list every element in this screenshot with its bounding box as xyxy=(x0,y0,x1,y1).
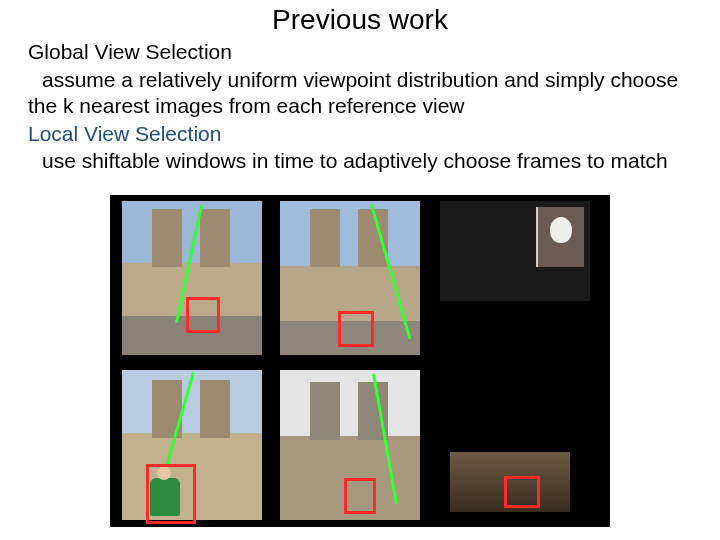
slide-title: Previous work xyxy=(0,4,720,36)
tower-icon xyxy=(310,209,340,267)
tower-icon xyxy=(310,382,340,440)
match-box xyxy=(504,476,540,508)
match-box xyxy=(186,297,220,333)
presenter-icon xyxy=(536,207,584,267)
local-body: use shiftable windows in time to adaptiv… xyxy=(28,149,698,173)
match-box xyxy=(338,311,374,347)
gallery-image-5 xyxy=(280,370,420,520)
gallery-image-2 xyxy=(280,201,420,355)
slide: Previous work Global View Selection assu… xyxy=(0,0,720,540)
image-gallery xyxy=(110,195,610,527)
tower-icon xyxy=(152,209,182,267)
global-heading: Global View Selection xyxy=(28,40,698,64)
gallery-image-1 xyxy=(122,201,262,355)
building-icon xyxy=(450,452,570,512)
slide-body: Global View Selection assume a relativel… xyxy=(28,34,698,173)
match-line xyxy=(370,204,411,339)
local-heading: Local View Selection xyxy=(28,122,698,146)
match-box xyxy=(146,464,196,524)
tower-icon xyxy=(200,209,230,267)
gallery-image-6 xyxy=(440,370,590,520)
match-box xyxy=(344,478,376,514)
gallery-image-3 xyxy=(440,201,590,301)
global-body-line1: assume a relatively uniform viewpoint di… xyxy=(28,68,698,92)
tower-icon xyxy=(200,380,230,438)
head-icon xyxy=(550,217,572,243)
global-body-line2: the k nearest images from each reference… xyxy=(28,94,698,118)
gallery-image-4 xyxy=(122,370,262,520)
